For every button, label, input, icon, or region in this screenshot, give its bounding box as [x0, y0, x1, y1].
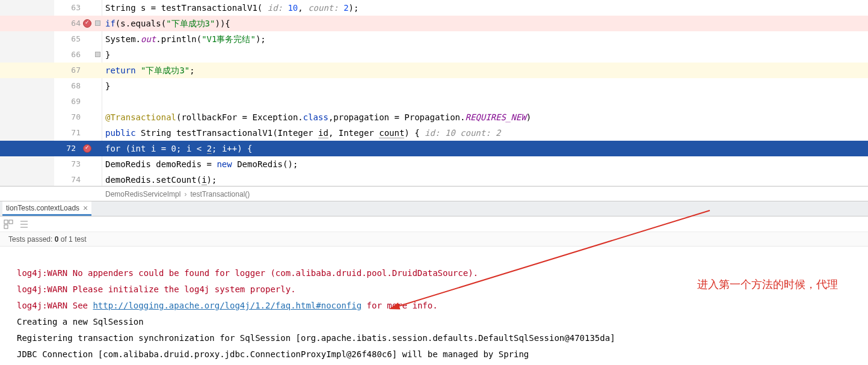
annotation-text: 进入第一个方法的时候，代理 — [697, 277, 838, 293]
line-number: 63 — [59, 0, 81, 16]
console-line: log4j:WARN Please initialize the log4j s… — [17, 284, 296, 294]
svg-rect-0 — [4, 220, 8, 224]
code-line[interactable]: public String testTransactionalV1(Intege… — [105, 125, 868, 141]
code-line[interactable]: demoRedis.setCount(i); — [105, 172, 868, 188]
tree-icon[interactable] — [4, 219, 13, 229]
console-line: log4j:WARN See — [17, 301, 93, 310]
line-number: 74 — [59, 172, 81, 188]
breadcrumb[interactable]: DemoRedisServiceImpl › testTransactional… — [0, 186, 868, 201]
console-output[interactable]: log4j:WARN No appenders could be found f… — [0, 247, 868, 365]
code-editor[interactable]: 63 String s = testTransactionalV1( id: 1… — [0, 0, 868, 186]
code-line[interactable]: } — [105, 47, 868, 63]
line-number: 69 — [59, 94, 81, 109]
console-line: log4j:WARN No appenders could be found f… — [17, 268, 478, 278]
tests-passed-label: Tests passed: — [8, 235, 52, 244]
line-number: 64 — [59, 16, 81, 31]
log4j-faq-link[interactable]: http://logging.apache.org/log4j/1.2/faq.… — [93, 301, 362, 310]
breadcrumb-item[interactable]: testTransactional() — [190, 190, 250, 198]
code-line[interactable]: System.out.println("V1事务完结"); — [105, 31, 868, 47]
line-number: 72 — [54, 141, 81, 156]
line-number: 67 — [59, 63, 81, 78]
breakpoint-icon[interactable] — [83, 19, 91, 28]
breakpoint-icon[interactable] — [83, 144, 91, 153]
code-line[interactable]: DemoRedis demoRedis = new DemoRedis(); — [105, 156, 868, 172]
list-icon[interactable] — [19, 219, 29, 229]
code-line[interactable]: return "下单成功3"; — [105, 63, 868, 78]
run-tab-bar[interactable]: tionTests.contextLoads × — [0, 201, 868, 216]
tab-label: tionTests.contextLoads — [6, 204, 79, 212]
console-line: Registering transaction synchronization … — [17, 333, 615, 343]
breadcrumb-item[interactable]: DemoRedisServiceImpl — [105, 190, 180, 198]
chevron-right-icon: › — [184, 190, 186, 198]
console-line: Creating a new SqlSession — [17, 317, 144, 327]
test-toolbar[interactable] — [0, 216, 868, 232]
fold-icon[interactable] — [95, 20, 100, 26]
test-status-bar: Tests passed: 0 of 1 test — [0, 232, 868, 247]
code-line[interactable] — [105, 94, 868, 109]
close-icon[interactable]: × — [83, 204, 88, 212]
line-number: 70 — [59, 109, 81, 125]
svg-rect-1 — [9, 220, 13, 224]
line-number: 73 — [59, 156, 81, 172]
tests-passed-count: 0 — [55, 235, 59, 244]
code-line[interactable]: String s = testTransactionalV1( id: 10, … — [105, 0, 868, 16]
line-number: 68 — [59, 78, 81, 94]
line-number: 71 — [59, 125, 81, 141]
tab-context-loads[interactable]: tionTests.contextLoads × — [2, 201, 91, 216]
line-number: 66 — [59, 47, 81, 63]
code-line[interactable]: } — [105, 78, 868, 94]
svg-rect-2 — [4, 225, 8, 229]
code-line[interactable]: if(s.equals("下单成功3")){ — [105, 16, 868, 31]
code-line[interactable]: @Transactional(rollbackFor = Exception.c… — [105, 109, 868, 125]
console-line: JDBC Connection [com.alibaba.druid.proxy… — [17, 349, 529, 359]
fold-icon[interactable] — [95, 52, 100, 57]
code-line[interactable]: for (int i = 0; i < 2; i++) { — [105, 141, 868, 156]
line-number: 65 — [59, 31, 81, 47]
